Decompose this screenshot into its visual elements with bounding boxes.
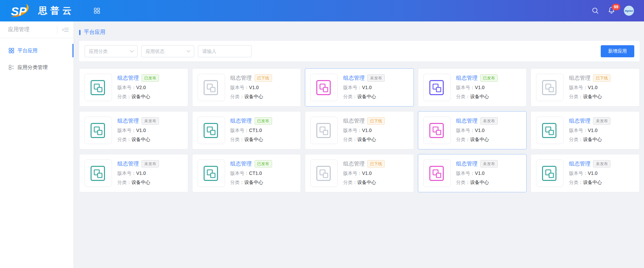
- version-label: 版本号：: [343, 171, 362, 176]
- app-title-link[interactable]: 组态管理: [230, 75, 252, 82]
- app-title-link[interactable]: 组态管理: [230, 160, 252, 168]
- app-card[interactable]: 组态管理 未发布 版本号：V1.0 分类：设备中心: [79, 154, 188, 192]
- app-card[interactable]: 组态管理 已发布 版本号：CT1.0 分类：设备中心: [192, 154, 301, 192]
- status-badge: 未发布: [593, 160, 610, 168]
- app-status-select[interactable]: [141, 45, 194, 57]
- app-card[interactable]: 组态管理 已发布 版本号：CT1.0 分类：设备中心: [192, 111, 301, 149]
- status-badge: 未发布: [480, 117, 498, 125]
- category-row: 分类：设备中心: [456, 180, 498, 186]
- app-card[interactable]: 组态管理 未发布 版本号：V1.0 分类：设备中心: [79, 111, 188, 149]
- category-value: 设备中心: [245, 94, 263, 99]
- app-title-link[interactable]: 组态管理: [456, 75, 478, 82]
- search-input[interactable]: [198, 45, 252, 57]
- svg-text:SP: SP: [11, 5, 27, 18]
- version-row: 版本号：CT1.0: [230, 171, 272, 177]
- version-row: 版本号：V1.0: [117, 128, 159, 134]
- version-label: 版本号：: [117, 171, 136, 176]
- search-icon[interactable]: [592, 7, 599, 14]
- brand-name: 思普云: [38, 5, 74, 17]
- filter-toolbar: 新增应用: [79, 41, 640, 61]
- category-value: 设备中心: [245, 137, 263, 142]
- apps-grid-icon[interactable]: [94, 8, 100, 14]
- version-label: 版本号：: [230, 85, 249, 90]
- app-title-link[interactable]: 组态管理: [569, 75, 590, 82]
- app-icon: [423, 159, 451, 187]
- status-badge: 已发布: [142, 74, 159, 82]
- version-value: V1.0: [362, 128, 372, 133]
- app-title-link[interactable]: 组态管理: [343, 75, 365, 82]
- sidebar-title: 应用管理: [0, 26, 57, 33]
- category-row: 分类：设备中心: [230, 94, 272, 100]
- card-info: 组态管理 未发布 版本号：V1.0 分类：设备中心: [569, 117, 610, 144]
- app-card[interactable]: 组态管理 已下线 版本号：V1.0 分类：设备中心: [305, 111, 414, 149]
- app-title-link[interactable]: 组态管理: [343, 118, 365, 125]
- version-label: 版本号：: [117, 85, 136, 90]
- category-label: 分类：: [456, 180, 470, 185]
- app-title-link[interactable]: 组态管理: [117, 160, 139, 168]
- app-category-select[interactable]: [85, 45, 138, 57]
- top-header: SP 思普云 99 Hignton: [0, 0, 644, 21]
- app-title-link[interactable]: 组态管理: [569, 160, 590, 168]
- sidebar-menu: 平台应用 应用分类管理: [0, 38, 73, 76]
- version-row: 版本号：V1.0: [230, 85, 272, 91]
- version-value: V1.0: [362, 85, 372, 90]
- app-title-link[interactable]: 组态管理: [569, 118, 590, 125]
- status-badge: 未发布: [593, 117, 610, 125]
- app-title-link[interactable]: 组态管理: [117, 118, 139, 125]
- category-label: 分类：: [456, 137, 470, 142]
- app-card[interactable]: 组态管理 已发布 版本号：V2.0 分类：设备中心: [79, 68, 188, 107]
- section-accent-bar: [79, 30, 80, 35]
- collapse-sidebar-icon[interactable]: [57, 26, 73, 34]
- category-value: 设备中心: [583, 137, 602, 142]
- add-application-button[interactable]: 新增应用: [601, 45, 634, 57]
- card-info: 组态管理 未发布 版本号：V1.0 分类：设备中心: [456, 159, 498, 187]
- card-info: 组态管理 已发布 版本号：CT1.0 分类：设备中心: [230, 159, 272, 187]
- version-row: 版本号：V1.0: [569, 128, 610, 134]
- version-value: V1.0: [588, 85, 597, 90]
- version-value: V1.0: [475, 85, 485, 90]
- app-card[interactable]: 组态管理 已下线 版本号：V1.0 分类：设备中心: [531, 68, 640, 107]
- app-card[interactable]: 组态管理 已下线 版本号：V1.0 分类：设备中心: [192, 68, 301, 107]
- status-badge: 未发布: [367, 74, 385, 82]
- user-avatar[interactable]: Hignton: [624, 6, 634, 16]
- category-value: 设备中心: [583, 180, 602, 185]
- version-label: 版本号：: [230, 171, 249, 176]
- app-card[interactable]: 组态管理 未发布 版本号：V1.0 分类：设备中心: [305, 68, 414, 107]
- app-status-select-input[interactable]: [141, 45, 194, 57]
- version-label: 版本号：: [569, 128, 588, 133]
- section-header: 平台应用: [79, 29, 640, 36]
- version-row: 版本号：V1.0: [117, 171, 159, 177]
- app-title-link[interactable]: 组态管理: [230, 118, 252, 125]
- category-label: 分类：: [230, 137, 245, 142]
- category-row: 分类：设备中心: [456, 94, 498, 100]
- version-value: V1.0: [362, 171, 372, 176]
- notification-bell[interactable]: 99: [608, 6, 615, 15]
- app-card[interactable]: 组态管理 已发布 版本号：V1.0 分类：设备中心: [418, 68, 527, 107]
- category-label: 分类：: [343, 137, 357, 142]
- version-value: V1.0: [475, 128, 485, 133]
- app-title-link[interactable]: 组态管理: [456, 160, 478, 168]
- app-card[interactable]: 组态管理 已下线 版本号：V1.0 分类：设备中心: [305, 154, 414, 192]
- version-label: 版本号：: [343, 85, 362, 90]
- category-label: 分类：: [569, 180, 583, 185]
- sidebar-item-label: 平台应用: [17, 48, 38, 54]
- app-card[interactable]: 组态管理 未发布 版本号：V1.0 分类：设备中心: [418, 154, 527, 192]
- app-card[interactable]: 组态管理 未发布 版本号：V1.0 分类：设备中心: [531, 111, 640, 149]
- category-row: 分类：设备中心: [117, 137, 159, 143]
- sidebar-item-platform-apps[interactable]: 平台应用: [0, 42, 73, 59]
- version-value: V1.0: [588, 128, 597, 133]
- app-card[interactable]: 组态管理 未发布 版本号：V1.0 分类：设备中心: [531, 154, 640, 192]
- version-row: 版本号：V1.0: [569, 85, 610, 91]
- app-icon: [536, 159, 564, 187]
- version-row: 版本号：V1.0: [343, 128, 385, 134]
- app-title-link[interactable]: 组态管理: [343, 160, 365, 168]
- sidebar: 应用管理 平台应用 应用: [0, 21, 74, 268]
- app-title-link[interactable]: 组态管理: [117, 75, 139, 82]
- version-value: V1.0: [475, 171, 485, 176]
- sidebar-item-app-category-management[interactable]: 应用分类管理: [0, 59, 73, 76]
- app-card[interactable]: 组态管理 未发布 版本号：V1.0 分类：设备中心: [418, 111, 527, 149]
- sidebar-item-label: 应用分类管理: [17, 64, 48, 71]
- app-title-link[interactable]: 组态管理: [456, 118, 478, 125]
- search-field[interactable]: [198, 45, 252, 57]
- app-category-select-input[interactable]: [85, 45, 138, 57]
